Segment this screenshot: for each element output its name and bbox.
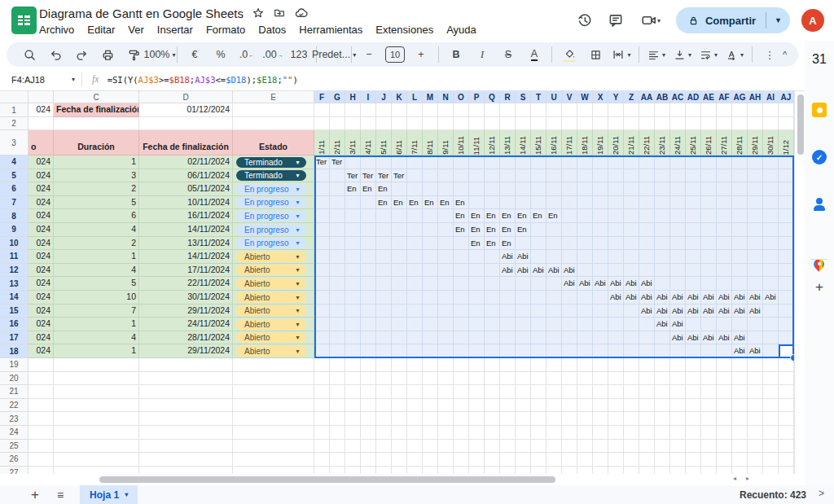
row-header[interactable]: 5 bbox=[0, 169, 29, 183]
gantt-cell[interactable] bbox=[624, 209, 639, 223]
contacts-icon[interactable] bbox=[812, 197, 827, 212]
cell[interactable] bbox=[29, 426, 54, 440]
cell[interactable] bbox=[361, 426, 376, 440]
gantt-cell[interactable] bbox=[376, 318, 392, 331]
gantt-cell[interactable] bbox=[546, 223, 562, 237]
gantt-cell[interactable] bbox=[732, 318, 748, 331]
gantt-cell[interactable]: Abi bbox=[732, 305, 748, 318]
cell[interactable] bbox=[763, 103, 779, 117]
gantt-cell[interactable] bbox=[717, 209, 732, 223]
gantt-cell[interactable] bbox=[717, 277, 732, 291]
cell[interactable] bbox=[454, 426, 469, 440]
cell[interactable] bbox=[732, 412, 748, 426]
cell[interactable] bbox=[763, 467, 779, 474]
gantt-cell[interactable] bbox=[624, 237, 639, 251]
cell[interactable] bbox=[732, 385, 748, 399]
gantt-cell[interactable]: Abi bbox=[686, 331, 701, 345]
cell[interactable] bbox=[577, 358, 593, 372]
row-header[interactable]: 27 bbox=[0, 467, 29, 474]
gantt-cell[interactable] bbox=[500, 277, 516, 291]
cell[interactable] bbox=[624, 467, 639, 474]
cell[interactable] bbox=[361, 358, 376, 372]
gantt-cell[interactable]: Ter bbox=[345, 169, 361, 183]
gantt-cell[interactable] bbox=[361, 264, 376, 278]
gantt-cell[interactable] bbox=[423, 169, 438, 183]
cell[interactable] bbox=[454, 103, 469, 117]
gantt-cell[interactable] bbox=[345, 318, 361, 331]
cell[interactable] bbox=[454, 453, 469, 467]
gantt-cell[interactable] bbox=[748, 196, 763, 210]
cell[interactable] bbox=[763, 358, 779, 372]
cell[interactable] bbox=[139, 358, 233, 372]
gantt-cell[interactable] bbox=[330, 223, 345, 237]
gantt-cell[interactable] bbox=[624, 318, 639, 331]
cell[interactable] bbox=[454, 358, 469, 372]
gantt-cell[interactable] bbox=[779, 237, 794, 251]
gantt-cell[interactable] bbox=[469, 291, 485, 305]
date-header-cell[interactable]: 12/11 bbox=[485, 130, 500, 156]
gantt-cell[interactable] bbox=[763, 196, 779, 210]
cell[interactable] bbox=[423, 372, 438, 386]
gantt-cell[interactable] bbox=[423, 182, 438, 196]
cell[interactable] bbox=[345, 372, 361, 386]
cell[interactable] bbox=[531, 117, 546, 130]
gantt-cell[interactable] bbox=[407, 305, 423, 318]
date-header-cell[interactable]: 29/11 bbox=[748, 130, 763, 156]
gantt-cell[interactable] bbox=[624, 250, 639, 264]
gantt-cell[interactable] bbox=[701, 277, 717, 291]
calendar-icon[interactable]: 31 bbox=[812, 52, 827, 67]
gantt-cell[interactable] bbox=[593, 331, 608, 345]
gantt-cell[interactable]: Abi bbox=[655, 291, 670, 305]
gantt-cell[interactable] bbox=[407, 209, 423, 223]
cell[interactable] bbox=[655, 467, 670, 474]
cell[interactable] bbox=[423, 399, 438, 413]
cell[interactable] bbox=[639, 372, 655, 386]
gantt-cell[interactable] bbox=[516, 291, 531, 305]
cell[interactable] bbox=[577, 426, 593, 440]
cell[interactable] bbox=[608, 103, 624, 117]
gantt-cell[interactable] bbox=[361, 250, 376, 264]
cell[interactable] bbox=[330, 467, 345, 474]
cell[interactable] bbox=[54, 117, 139, 130]
column-header[interactable]: AE bbox=[701, 91, 717, 103]
cell[interactable] bbox=[438, 412, 454, 426]
cell[interactable] bbox=[233, 117, 314, 130]
cell[interactable] bbox=[701, 412, 717, 426]
status-dropdown[interactable]: En progreso▼ bbox=[236, 225, 306, 235]
gantt-cell[interactable] bbox=[454, 291, 469, 305]
gantt-cell[interactable] bbox=[438, 182, 454, 196]
gantt-cell[interactable] bbox=[577, 156, 593, 169]
gantt-cell[interactable]: En bbox=[469, 237, 485, 251]
cell[interactable] bbox=[593, 358, 608, 372]
cell[interactable] bbox=[233, 103, 314, 117]
gantt-cell[interactable] bbox=[361, 305, 376, 318]
cell[interactable] bbox=[500, 467, 516, 474]
cell[interactable] bbox=[701, 372, 717, 386]
gantt-cell[interactable] bbox=[376, 209, 392, 223]
cell[interactable] bbox=[516, 412, 531, 426]
gantt-cell[interactable] bbox=[454, 277, 469, 291]
cell[interactable] bbox=[139, 453, 233, 467]
gantt-cell[interactable] bbox=[345, 237, 361, 251]
gantt-cell[interactable] bbox=[779, 318, 794, 331]
menu-insertar[interactable]: Insertar bbox=[157, 24, 193, 36]
cell[interactable] bbox=[54, 467, 139, 474]
cell[interactable] bbox=[392, 399, 407, 413]
cell[interactable] bbox=[593, 412, 608, 426]
cell[interactable] bbox=[314, 426, 330, 440]
gantt-cell[interactable] bbox=[717, 264, 732, 278]
column-header[interactable]: AG bbox=[732, 91, 748, 103]
cell[interactable] bbox=[748, 358, 763, 372]
gantt-cell[interactable] bbox=[469, 344, 485, 358]
gantt-cell[interactable]: En bbox=[500, 209, 516, 223]
gantt-cell[interactable] bbox=[593, 237, 608, 251]
gantt-cell[interactable] bbox=[361, 277, 376, 291]
gantt-cell[interactable] bbox=[732, 237, 748, 251]
gantt-cell[interactable] bbox=[454, 250, 469, 264]
cell[interactable] bbox=[779, 103, 794, 117]
cell[interactable] bbox=[686, 412, 701, 426]
gantt-cell[interactable] bbox=[593, 305, 608, 318]
cell[interactable] bbox=[562, 385, 577, 399]
cell[interactable] bbox=[593, 426, 608, 440]
gantt-cell[interactable] bbox=[376, 305, 392, 318]
